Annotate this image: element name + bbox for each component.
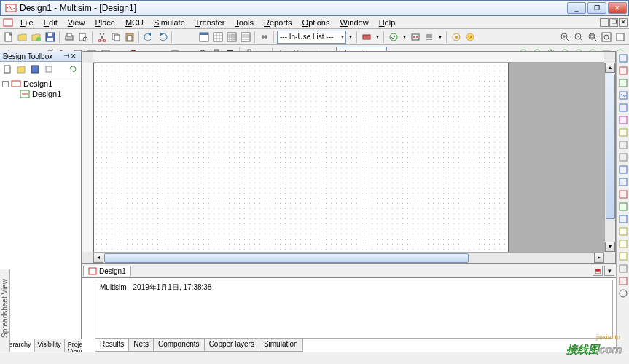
paste-icon[interactable] [123, 31, 136, 44]
netlist-arrow[interactable]: ▾ [437, 31, 444, 44]
logic-conv-icon[interactable] [617, 151, 629, 163]
scrollbar-vertical[interactable]: ▴ ▾ [604, 63, 615, 252]
menu-window[interactable]: Window [335, 17, 373, 28]
network-analyzer-icon[interactable] [617, 213, 629, 225]
print-preview-icon[interactable] [77, 31, 90, 44]
panel-save-icon[interactable] [30, 63, 42, 75]
menu-edit[interactable]: Edit [39, 17, 63, 28]
tool-misc-icon[interactable] [450, 31, 463, 44]
redo-icon[interactable] [156, 31, 169, 44]
menu-transfer[interactable]: Transfer [190, 17, 230, 28]
in-use-list-dropdown[interactable]: --- In-Use List --- [277, 31, 346, 44]
menu-tools[interactable]: Tools [230, 17, 259, 28]
four-ch-scope-icon[interactable] [617, 102, 629, 114]
minimize-button[interactable]: _ [567, 2, 586, 14]
current-probe-icon[interactable] [617, 288, 629, 299]
open-example-icon[interactable] [30, 31, 43, 44]
spreadsheet-icon[interactable] [239, 31, 252, 44]
schematic-page[interactable] [93, 63, 509, 252]
tab-nets[interactable]: Nets [128, 339, 154, 352]
new-file-icon[interactable] [2, 31, 15, 44]
tab-visibility[interactable]: Visibility [35, 339, 65, 352]
func-generator-icon[interactable] [617, 65, 629, 76]
menu-place[interactable]: Place [90, 17, 120, 28]
menu-mcu[interactable]: MCU [120, 17, 149, 28]
tab-copper-layers[interactable]: Copper layers [204, 339, 259, 352]
agilent-mm-icon[interactable] [617, 238, 629, 250]
tree-child[interactable]: Design1 [2, 89, 79, 99]
panel-new-icon[interactable] [2, 63, 14, 75]
scroll-right-icon[interactable]: ▸ [594, 253, 604, 263]
tek-scope-icon[interactable] [617, 263, 629, 274]
spreadsheet-view-tab[interactable]: Spreadsheet View [0, 269, 10, 352]
menu-simulate[interactable]: Simulate [149, 17, 190, 28]
doc-tab-toggle-icon[interactable]: ⬒ [593, 266, 603, 276]
agilent-scope-icon[interactable] [617, 250, 629, 262]
zoom-fit-icon[interactable] [600, 31, 613, 44]
mdi-minimize[interactable]: _ [600, 18, 609, 27]
menu-help[interactable]: Help [374, 17, 401, 28]
freq-counter-icon[interactable] [617, 127, 629, 138]
canvas-area[interactable] [93, 63, 604, 252]
save-icon[interactable] [44, 31, 57, 44]
tab-design1[interactable]: Design1 [83, 266, 131, 276]
expand-icon[interactable]: − [2, 81, 9, 87]
place-misc-icon[interactable] [258, 31, 271, 44]
panel-close-icon[interactable]: ✕ [71, 52, 78, 60]
menu-view[interactable]: View [63, 17, 90, 28]
iv-analyzer-icon[interactable] [617, 176, 629, 188]
bode-plotter-icon[interactable] [617, 114, 629, 126]
scroll-down-icon[interactable]: ▾ [605, 242, 615, 252]
pin-icon[interactable]: ⊣ [63, 52, 71, 60]
copy-icon[interactable] [109, 31, 122, 44]
grid-small-icon[interactable] [225, 31, 238, 44]
menu-reports[interactable]: Reports [259, 17, 297, 28]
mdi-restore[interactable]: ❐ [609, 18, 618, 27]
scroll-up-icon[interactable]: ▴ [605, 63, 615, 73]
spectrum-icon[interactable] [617, 201, 629, 213]
oscilloscope-icon[interactable] [617, 90, 629, 101]
labview-icon[interactable] [617, 275, 629, 287]
grid-icon[interactable] [211, 31, 224, 44]
virtual-comp-arrow[interactable]: ▾ [374, 31, 381, 44]
scroll-h-thumb[interactable] [104, 253, 469, 263]
netlist2-icon[interactable] [423, 31, 436, 44]
in-use-list-arrow[interactable]: ▾ [347, 31, 354, 44]
menu-file[interactable]: File [15, 17, 39, 28]
panel-refresh-icon[interactable] [67, 63, 79, 75]
full-screen-icon[interactable] [198, 31, 211, 44]
print-icon[interactable] [63, 31, 76, 44]
zoom-sheet-icon[interactable] [614, 31, 627, 44]
multimeter-icon[interactable] [617, 52, 629, 64]
panel-misc-icon[interactable] [44, 63, 55, 75]
zoom-in-icon[interactable] [558, 31, 571, 44]
tab-simulation[interactable]: Simulation [259, 339, 303, 352]
maximize-button[interactable]: ❐ [587, 2, 606, 14]
doc-tab-list-icon[interactable]: ▾ [604, 266, 614, 276]
spreadsheet-close-icon[interactable]: ✕ [2, 52, 8, 60]
agilent-fg-icon[interactable] [617, 226, 629, 237]
tab-results[interactable]: Results [95, 339, 129, 352]
cut-icon[interactable] [95, 31, 109, 44]
logic-analyzer-icon[interactable] [617, 164, 629, 175]
tab-components[interactable]: Components [153, 339, 205, 352]
scroll-v-thumb[interactable] [606, 74, 615, 219]
word-gen-icon[interactable] [617, 139, 629, 151]
zoom-out-icon[interactable] [572, 31, 585, 44]
erc-arrow[interactable]: ▾ [401, 31, 408, 44]
electrical-rule-check-icon[interactable] [387, 31, 400, 44]
open-file-icon[interactable] [16, 31, 29, 44]
panel-open-icon[interactable] [16, 63, 28, 75]
help-icon[interactable]: ? [464, 31, 477, 44]
tree-root[interactable]: − Design1 [2, 79, 79, 89]
scroll-left-icon[interactable]: ◂ [93, 253, 103, 263]
wattmeter-icon[interactable] [617, 77, 629, 89]
undo-icon[interactable] [142, 31, 155, 44]
zoom-area-icon[interactable] [586, 31, 599, 44]
netlist-icon[interactable] [409, 31, 422, 44]
mdi-close[interactable]: ✕ [619, 18, 628, 27]
menu-options[interactable]: Options [297, 17, 335, 28]
distortion-icon[interactable] [617, 189, 629, 200]
close-button[interactable]: ✕ [608, 2, 627, 14]
scrollbar-horizontal[interactable]: ◂ ▸ [93, 252, 604, 263]
